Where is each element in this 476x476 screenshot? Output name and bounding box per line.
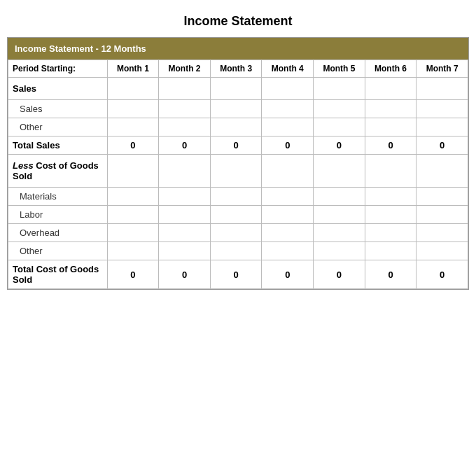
sales-header-m6 <box>365 78 416 100</box>
total-cogs-m3: 0 <box>210 260 262 289</box>
sales-other-m1[interactable] <box>107 118 159 136</box>
overhead-m2[interactable] <box>159 224 211 242</box>
total-sales-m7: 0 <box>416 136 468 155</box>
overhead-m7[interactable] <box>416 224 468 242</box>
materials-label: Materials <box>8 188 108 206</box>
total-cogs-m7: 0 <box>416 260 468 289</box>
sales-header-m5 <box>314 78 365 100</box>
labor-m2[interactable] <box>159 206 211 224</box>
overhead-m5[interactable] <box>314 224 365 242</box>
month5-header: Month 5 <box>314 60 365 78</box>
sales-header-m4 <box>262 78 314 100</box>
cogs-other-row: Other <box>8 242 468 260</box>
cogs-other-m4[interactable] <box>262 242 314 260</box>
total-cogs-m1: 0 <box>107 260 159 289</box>
sales-m2[interactable] <box>159 100 211 118</box>
month3-header: Month 3 <box>210 60 262 78</box>
overhead-row: Overhead <box>8 224 468 242</box>
income-statement-table: Income Statement - 12 Months Period Star… <box>7 37 469 290</box>
total-cogs-m2: 0 <box>159 260 211 289</box>
sales-m3[interactable] <box>210 100 262 118</box>
sales-header-m3 <box>210 78 262 100</box>
labor-label: Labor <box>8 206 108 224</box>
sales-other-m4[interactable] <box>262 118 314 136</box>
materials-m1[interactable] <box>107 188 159 206</box>
total-sales-m6: 0 <box>365 136 416 155</box>
page-title: Income Statement <box>183 14 292 29</box>
cogs-header-m7 <box>416 155 468 188</box>
cogs-section-label: Less Cost of Goods Sold <box>8 155 108 188</box>
materials-m3[interactable] <box>210 188 262 206</box>
sales-m5[interactable] <box>314 100 365 118</box>
cogs-other-m2[interactable] <box>159 242 211 260</box>
month7-header: Month 7 <box>416 60 468 78</box>
sales-m4[interactable] <box>262 100 314 118</box>
cogs-other-m3[interactable] <box>210 242 262 260</box>
month2-header: Month 2 <box>159 60 211 78</box>
labor-m4[interactable] <box>262 206 314 224</box>
total-sales-m4: 0 <box>262 136 314 155</box>
overhead-m3[interactable] <box>210 224 262 242</box>
labor-m3[interactable] <box>210 206 262 224</box>
labor-m1[interactable] <box>107 206 159 224</box>
sales-m7[interactable] <box>416 100 468 118</box>
sales-other-label: Other <box>8 118 108 136</box>
sales-m6[interactable] <box>365 100 416 118</box>
labor-row: Labor <box>8 206 468 224</box>
sales-other-m3[interactable] <box>210 118 262 136</box>
sales-header-m7 <box>416 78 468 100</box>
cogs-other-m1[interactable] <box>107 242 159 260</box>
banner: Income Statement - 12 Months <box>8 38 468 59</box>
sales-m1[interactable] <box>107 100 159 118</box>
period-header: Period Starting: <box>8 60 108 78</box>
materials-m6[interactable] <box>365 188 416 206</box>
sales-other-m7[interactable] <box>416 118 468 136</box>
materials-m7[interactable] <box>416 188 468 206</box>
overhead-label: Overhead <box>8 224 108 242</box>
cogs-header-m2 <box>159 155 211 188</box>
materials-m5[interactable] <box>314 188 365 206</box>
total-sales-label: Total Sales <box>8 136 108 155</box>
sales-header-row: Sales <box>8 78 468 100</box>
cogs-header-m4 <box>262 155 314 188</box>
month4-header: Month 4 <box>262 60 314 78</box>
month1-header: Month 1 <box>107 60 159 78</box>
cogs-header-m3 <box>210 155 262 188</box>
total-cogs-m6: 0 <box>365 260 416 289</box>
sales-other-m6[interactable] <box>365 118 416 136</box>
cogs-other-label: Other <box>8 242 108 260</box>
sales-section-label: Sales <box>8 78 108 100</box>
cogs-other-m7[interactable] <box>416 242 468 260</box>
materials-m2[interactable] <box>159 188 211 206</box>
total-sales-m1: 0 <box>107 136 159 155</box>
cogs-header-m5 <box>314 155 365 188</box>
labor-m7[interactable] <box>416 206 468 224</box>
sales-other-m2[interactable] <box>159 118 211 136</box>
materials-m4[interactable] <box>262 188 314 206</box>
overhead-m4[interactable] <box>262 224 314 242</box>
cogs-other-m5[interactable] <box>314 242 365 260</box>
labor-m6[interactable] <box>365 206 416 224</box>
total-cogs-m5: 0 <box>314 260 365 289</box>
cogs-header-m1 <box>107 155 159 188</box>
total-sales-row: Total Sales 0 0 0 0 0 0 0 <box>8 136 468 155</box>
cogs-header-m6 <box>365 155 416 188</box>
materials-row: Materials <box>8 188 468 206</box>
total-sales-m5: 0 <box>314 136 365 155</box>
sales-other-m5[interactable] <box>314 118 365 136</box>
month6-header: Month 6 <box>365 60 416 78</box>
sales-header-m2 <box>159 78 211 100</box>
sales-label: Sales <box>8 100 108 118</box>
labor-m5[interactable] <box>314 206 365 224</box>
total-cogs-row: Total Cost of Goods Sold 0 0 0 0 0 0 0 <box>8 260 468 289</box>
cogs-header-row: Less Cost of Goods Sold <box>8 155 468 188</box>
cogs-other-m6[interactable] <box>365 242 416 260</box>
overhead-m1[interactable] <box>107 224 159 242</box>
overhead-m6[interactable] <box>365 224 416 242</box>
sales-other-row: Other <box>8 118 468 136</box>
total-sales-m2: 0 <box>159 136 211 155</box>
sales-header-m1 <box>107 78 159 100</box>
total-cogs-label: Total Cost of Goods Sold <box>8 260 108 289</box>
less-italic: Less <box>13 160 34 171</box>
total-cogs-m4: 0 <box>262 260 314 289</box>
